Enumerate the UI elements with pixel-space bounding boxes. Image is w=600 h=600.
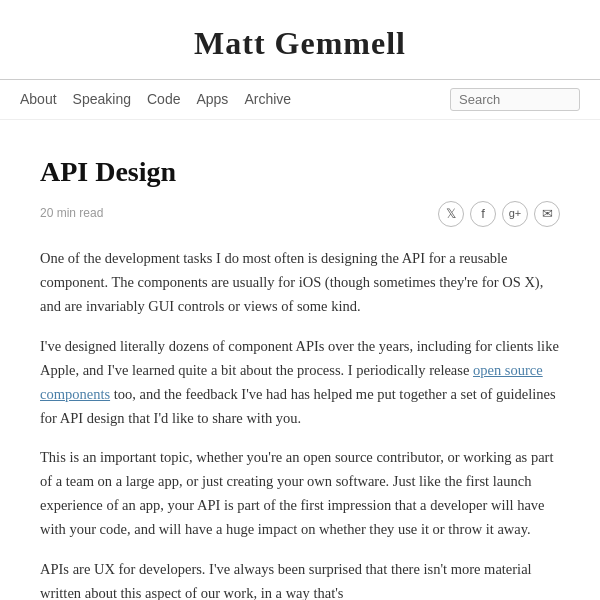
- article-title: API Design: [40, 150, 560, 195]
- nav-link-archive[interactable]: Archive: [244, 88, 291, 110]
- facebook-icon[interactable]: f: [470, 201, 496, 227]
- search-input[interactable]: [450, 88, 580, 111]
- nav-link-code[interactable]: Code: [147, 88, 180, 110]
- paragraph-4: APIs are UX for developers. I've always …: [40, 558, 560, 600]
- paragraph-1: One of the development tasks I do most o…: [40, 247, 560, 319]
- nav-bar: About Speaking Code Apps Archive: [0, 80, 600, 120]
- twitter-icon[interactable]: 𝕏: [438, 201, 464, 227]
- social-icons: 𝕏 f g+ ✉: [438, 201, 560, 227]
- googleplus-icon[interactable]: g+: [502, 201, 528, 227]
- open-source-link[interactable]: open source components: [40, 362, 543, 402]
- paragraph-2: I've designed literally dozens of compon…: [40, 335, 560, 431]
- nav-link-speaking[interactable]: Speaking: [73, 88, 131, 110]
- main-content: API Design 20 min read 𝕏 f g+ ✉ One of t…: [0, 120, 600, 600]
- paragraph-3: This is an important topic, whether you'…: [40, 446, 560, 542]
- site-title: Matt Gemmell: [0, 18, 600, 69]
- read-time: 20 min read: [40, 204, 103, 223]
- nav-links: About Speaking Code Apps Archive: [20, 88, 450, 110]
- nav-link-about[interactable]: About: [20, 88, 57, 110]
- nav-link-apps[interactable]: Apps: [196, 88, 228, 110]
- article-body: One of the development tasks I do most o…: [40, 247, 560, 600]
- article-meta-row: 20 min read 𝕏 f g+ ✉: [40, 201, 560, 227]
- email-icon[interactable]: ✉: [534, 201, 560, 227]
- site-header: Matt Gemmell: [0, 0, 600, 80]
